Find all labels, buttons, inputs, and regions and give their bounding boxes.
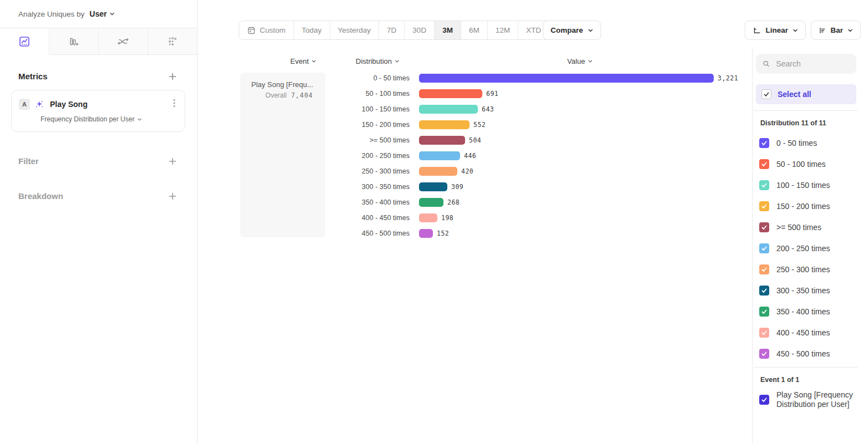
value-column-header[interactable]: Value [567, 57, 593, 65]
bar-segment[interactable] [419, 151, 460, 160]
add-filter-button[interactable] [168, 157, 177, 166]
legend-checkbox[interactable] [759, 286, 769, 296]
legend-checkbox[interactable] [759, 180, 769, 190]
date-range-3m[interactable]: 3M [434, 21, 461, 39]
legend-checkbox[interactable] [759, 138, 769, 148]
analyze-by-dropdown[interactable]: User [89, 9, 115, 18]
add-metric-button[interactable] [168, 72, 177, 81]
bar-segment[interactable] [419, 89, 482, 98]
legend-item[interactable]: 350 - 400 times [753, 301, 868, 322]
filter-section-header: Filter [0, 156, 197, 166]
bar-value-label: 152 [437, 230, 449, 237]
bar-segment[interactable] [419, 213, 437, 222]
bar-segment[interactable] [419, 120, 470, 129]
select-all-checkbox[interactable] [761, 89, 771, 99]
legend-item-label: 400 - 450 times [776, 328, 830, 337]
select-all-row[interactable]: Select all [756, 84, 856, 104]
bar-category-label: 0 - 50 times [198, 74, 410, 82]
bar-value-label: 268 [447, 198, 460, 206]
legend-checkbox[interactable] [759, 159, 769, 169]
date-range-6m[interactable]: 6M [461, 21, 487, 39]
legend-item[interactable]: 150 - 200 times [753, 196, 868, 217]
metrics-section-header: Metrics [0, 72, 197, 81]
metric-aggregation-dropdown[interactable]: Frequency Distribution per User [41, 115, 142, 123]
date-range-today[interactable]: Today [294, 21, 330, 39]
date-range-12m[interactable]: 12M [487, 21, 518, 39]
event-checkbox[interactable] [759, 395, 769, 405]
legend-item[interactable]: 0 - 50 times [753, 133, 868, 154]
date-range-custom[interactable]: Custom [239, 21, 294, 39]
distribution-column-label: Distribution [356, 57, 392, 65]
event-legend-item[interactable]: Play Song [Frequency Distribution per Us… [753, 390, 868, 409]
bar-category-label: 450 - 500 times [198, 230, 410, 237]
compare-button[interactable]: Compare [543, 21, 601, 40]
breakdown-section-header: Breakdown [0, 191, 197, 201]
tab-scatter[interactable] [148, 28, 197, 55]
bar-segment[interactable] [419, 136, 465, 145]
bar-segment[interactable] [419, 167, 457, 176]
bar-category-label: 250 - 300 times [198, 167, 410, 175]
add-breakdown-button[interactable] [168, 192, 177, 201]
bar-chart: 0 - 50 times3,22150 - 100 times691100 - … [198, 70, 752, 241]
tab-bar-chart[interactable] [49, 28, 98, 55]
bar-row: >= 500 times504 [198, 133, 752, 148]
date-range-yesterday[interactable]: Yesterday [330, 21, 379, 39]
bar-segment[interactable] [419, 229, 433, 238]
bar-segment[interactable] [419, 74, 714, 83]
tab-flows[interactable] [98, 28, 148, 55]
bar-chart-icon [68, 36, 79, 47]
search-input[interactable] [775, 59, 850, 69]
event-group-header: Event 1 of 1 [760, 376, 868, 384]
bar-segment[interactable] [419, 105, 478, 114]
scale-dropdown[interactable]: Linear [745, 21, 806, 40]
main-region: CustomTodayYesterday7D30D3M6M12MXTD Comp… [198, 0, 868, 443]
bar-value-label: 446 [464, 152, 476, 160]
legend-item[interactable]: 300 - 350 times [753, 280, 868, 301]
date-range-control: CustomTodayYesterday7D30D3M6M12MXTD [239, 21, 559, 40]
chevron-down-icon [311, 59, 316, 64]
chart-style-dropdown[interactable]: Bar [811, 21, 861, 40]
divider [754, 367, 858, 368]
event-column-label: Event [290, 57, 309, 65]
bar-category-label: 150 - 200 times [198, 121, 410, 129]
legend-checkbox[interactable] [759, 307, 769, 317]
legend-item-label: 100 - 150 times [776, 181, 830, 190]
check-icon [763, 91, 770, 98]
legend-item[interactable]: 50 - 100 times [753, 154, 868, 175]
distribution-column-header[interactable]: Distribution [356, 57, 400, 65]
legend-item[interactable]: 450 - 500 times [753, 343, 868, 364]
bar-value-label: 552 [473, 121, 486, 129]
chart-style-label: Bar [830, 26, 843, 34]
legend-item[interactable]: 200 - 250 times [753, 238, 868, 259]
legend-checkbox[interactable] [759, 243, 769, 253]
metric-menu-button[interactable] [171, 98, 178, 110]
legend-checkbox[interactable] [759, 222, 769, 232]
sparkle-icon [34, 99, 44, 109]
check-icon [761, 266, 768, 273]
metric-series-badge: A [19, 99, 30, 110]
event-column-header[interactable]: Event [290, 57, 316, 65]
metric-card[interactable]: A Play Song Frequency Distribution per U… [11, 90, 185, 132]
plus-icon [168, 157, 177, 166]
check-icon [761, 329, 768, 336]
plus-icon [168, 72, 177, 81]
legend-item[interactable]: 100 - 150 times [753, 175, 868, 196]
date-range-30d[interactable]: 30D [404, 21, 434, 39]
legend-item[interactable]: >= 500 times [753, 217, 868, 238]
app-root: Analyze Uniques by User [0, 0, 868, 443]
legend-checkbox[interactable] [759, 349, 769, 359]
legend-item-label: 150 - 200 times [776, 202, 830, 211]
chart-type-tabs [0, 28, 197, 55]
legend-checkbox[interactable] [759, 328, 769, 338]
legend-checkbox[interactable] [759, 264, 769, 274]
bar-category-label: 300 - 350 times [198, 183, 410, 191]
legend-item[interactable]: 250 - 300 times [753, 259, 868, 280]
legend-item[interactable]: 400 - 450 times [753, 322, 868, 343]
tab-line-chart[interactable] [0, 28, 49, 55]
analyze-by-label: Analyze Uniques by [18, 10, 84, 18]
bar-segment[interactable] [419, 182, 447, 191]
date-range-7d[interactable]: 7D [379, 21, 404, 39]
bar-value-label: 198 [441, 214, 453, 222]
legend-checkbox[interactable] [759, 201, 769, 211]
bar-segment[interactable] [419, 198, 443, 207]
